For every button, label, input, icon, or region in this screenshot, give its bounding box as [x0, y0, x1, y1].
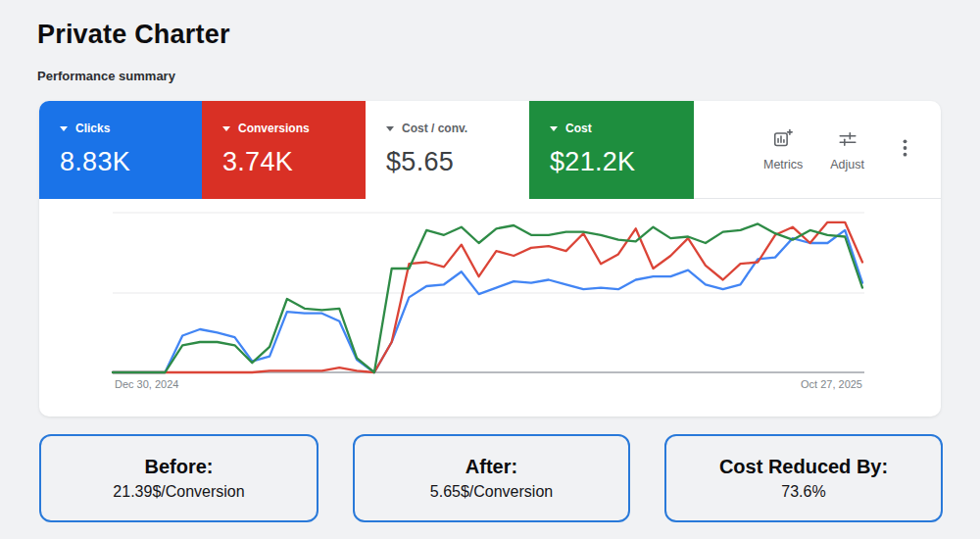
page-title: Private Charter: [37, 20, 230, 50]
metric-card-label-row: Clicks: [60, 122, 202, 135]
metrics-chart-plus-icon: [772, 128, 794, 153]
summary-box-before: Before: 21.39$/Conversion: [39, 434, 318, 522]
metric-card-cost[interactable]: Cost $21.2K: [529, 101, 694, 199]
metric-value: $5.65: [386, 147, 529, 177]
chevron-down-icon: [550, 126, 558, 131]
metric-label: Cost: [565, 122, 592, 135]
summary-box-value: 21.39$/Conversion: [113, 483, 244, 501]
summary-box-value: 73.6%: [781, 483, 825, 501]
metric-cards-row: Clicks 8.83K Conversions 3.74K Cost / co…: [39, 101, 941, 199]
metric-value: $21.2K: [550, 147, 694, 177]
summary-box-after: After: 5.65$/Conversion: [353, 434, 630, 522]
more-options-button[interactable]: [894, 132, 915, 168]
metric-label: Clicks: [75, 122, 110, 135]
metric-card-cost-per-conv[interactable]: Cost / conv. $5.65: [366, 101, 529, 199]
summary-box-title: Before:: [144, 456, 213, 478]
summary-box-title: After:: [466, 456, 517, 478]
performance-panel: Clicks 8.83K Conversions 3.74K Cost / co…: [39, 101, 941, 416]
x-axis-start-label: Dec 30, 2024: [115, 378, 178, 390]
metric-value: 8.83K: [60, 147, 202, 177]
metric-value: 3.74K: [222, 147, 366, 177]
sliders-icon: [837, 128, 858, 153]
x-axis-end-label: Oct 27, 2025: [801, 378, 862, 390]
summary-box-value: 5.65$/Conversion: [430, 483, 553, 501]
summary-boxes-row: Before: 21.39$/Conversion After: 5.65$/C…: [39, 434, 943, 522]
metric-card-conversions[interactable]: Conversions 3.74K: [202, 101, 366, 199]
adjust-button-label: Adjust: [830, 158, 864, 172]
summary-box-cost-reduced: Cost Reduced By: 73.6%: [664, 434, 943, 522]
kebab-menu-icon: [903, 139, 907, 161]
chart-toolbar: Metrics Adjust: [763, 101, 941, 198]
metrics-button-label: Metrics: [763, 158, 803, 172]
performance-chart[interactable]: Dec 30, 2024 Oct 27, 2025: [39, 199, 941, 416]
metric-card-label-row: Cost / conv.: [386, 122, 529, 135]
chevron-down-icon: [222, 126, 230, 131]
metric-card-label-row: Conversions: [222, 122, 366, 135]
performance-summary-label: Performance summary: [37, 69, 175, 83]
chevron-down-icon: [386, 126, 394, 131]
metric-card-label-row: Cost: [550, 122, 694, 135]
chevron-down-icon: [60, 126, 68, 131]
metric-card-clicks[interactable]: Clicks 8.83K: [39, 101, 202, 199]
summary-box-title: Cost Reduced By:: [719, 456, 888, 478]
metric-label: Cost / conv.: [402, 122, 467, 135]
metric-label: Conversions: [238, 122, 310, 135]
adjust-button[interactable]: Adjust: [830, 128, 864, 172]
metrics-button[interactable]: Metrics: [763, 128, 803, 172]
